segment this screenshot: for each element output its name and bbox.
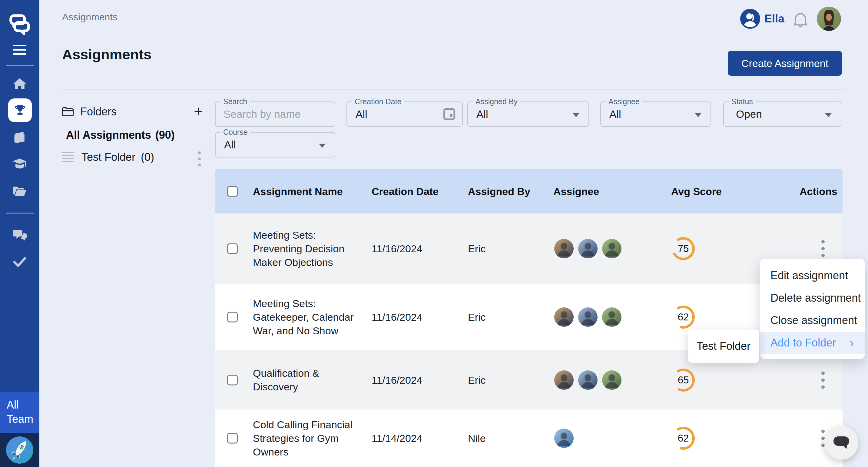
team-label-line2: Team [7,412,39,426]
assigned-by-filter[interactable]: Assigned By All [467,101,589,127]
assignment-name[interactable]: Meeting Sets: Gatekeeper, Calendar War, … [253,297,366,338]
table-header: Assignment Name Creation Date Assigned B… [215,169,842,214]
creation-date-label: Creation Date [352,97,404,106]
all-assignments-item[interactable]: All Assignments(90) [66,129,175,142]
assignee-avatar[interactable] [554,429,574,448]
creation-date: 11/16/2024 [372,374,423,386]
add-folder-button[interactable]: + [194,103,203,119]
avg-score-value: 65 [671,368,696,393]
app-window: All Team $ Assignments [0,0,868,467]
assignee-avatar[interactable] [578,307,597,327]
row-checkbox[interactable] [227,244,238,254]
row-checkbox[interactable] [227,312,238,322]
sidebar-item-tasks[interactable] [0,255,39,269]
assignee-avatar[interactable] [602,307,621,327]
team-label-line1: All [7,398,39,412]
drag-handle-icon[interactable] [62,152,73,162]
chat-bubble-icon [833,436,850,450]
sidebar-item-courses[interactable] [0,131,39,145]
all-assignments-label: All Assignments [66,129,151,141]
sidebar-divider [6,65,34,66]
status-label: Status [729,97,756,106]
folder-options-menu[interactable] [197,150,202,167]
assignment-name[interactable]: Cold Calling Financial Strategies for Gy… [253,418,366,459]
col-avg-score: Avg Score [671,185,722,197]
rocket-icon: $ [6,436,34,464]
table-row: Meeting Sets: Preventing Decision Maker … [215,214,842,284]
menu-item-edit-assignment[interactable]: Edit assignment [760,264,865,287]
row-checkbox[interactable] [227,375,238,385]
assigned-by: Eric [468,243,486,255]
assigned-by: Nile [468,433,486,444]
status-value: Open [736,108,762,120]
sidebar-divider [6,213,34,214]
creation-date-filter[interactable]: Creation Date All [346,101,463,127]
sidebar: All Team $ [0,0,39,467]
page-title: Assignments [62,46,151,63]
assignment-name[interactable]: Qualification & Discovery [253,367,366,394]
avg-score: 65 [671,368,696,393]
assignee-avatar[interactable] [578,239,597,258]
sidebar-item-home[interactable] [0,77,39,91]
assignment-name[interactable]: Meeting Sets: Preventing Decision Maker … [253,228,366,269]
folder-submenu-item[interactable]: Test Folder [688,330,759,363]
status-filter[interactable]: Status Open [723,101,841,127]
profile-avatar[interactable] [817,7,841,31]
app-logo-icon[interactable] [0,12,39,36]
all-assignments-count: (90) [155,129,175,141]
sidebar-item-chat[interactable] [0,229,39,243]
calendar-icon[interactable] [443,107,455,121]
chevron-down-icon [695,113,702,117]
assignee-avatar[interactable] [554,239,574,258]
row-actions-menu[interactable] [819,370,827,391]
chevron-down-icon [825,113,832,117]
assignee-avatar[interactable] [554,307,574,327]
chat-launcher-button[interactable] [825,426,858,460]
avg-score: 62 [671,305,696,330]
assignee-filter[interactable]: Assignee All [600,101,711,127]
user-name: Ella [765,12,784,25]
assignee-label: Assignee [606,97,642,106]
team-selector[interactable]: All Team [0,392,39,433]
sidebar-item-assignments[interactable] [8,98,32,122]
hamburger-menu-icon[interactable] [0,42,39,58]
create-assignment-button[interactable]: Create Assignment [728,51,842,76]
assignee-avatars [554,429,574,448]
row-actions-menu[interactable] [819,238,827,259]
assigned-by-value: All [476,108,488,120]
avg-score-value: 62 [671,426,696,450]
folders-header: Folders [62,105,117,118]
assignee-avatars [554,239,621,258]
assignee-avatar[interactable] [554,370,574,390]
creation-date: 11/16/2024 [372,311,423,323]
assignee-avatar[interactable] [602,370,621,390]
menu-item-delete-assignment[interactable]: Delete assignment [760,287,865,309]
search-input[interactable] [216,102,335,126]
sidebar-item-academy[interactable] [0,157,39,172]
row-checkbox[interactable] [227,433,238,444]
col-assigned-by: Assigned By [468,185,530,197]
course-label: Course [220,128,250,136]
menu-item-close-assignment[interactable]: Close assignment [760,309,865,332]
select-all-checkbox[interactable] [227,186,238,196]
assignee-avatar[interactable] [578,370,597,390]
folder-name: Test Folder [82,151,135,163]
assignments-table: Assignment Name Creation Date Assigned B… [215,169,842,467]
assignee-avatar[interactable] [602,239,621,258]
col-actions: Actions [800,185,837,197]
menu-item-add-to-folder[interactable]: Add to Folder › [760,332,865,354]
notifications-bell-icon[interactable] [792,11,809,29]
assignee-value: All [609,108,621,120]
course-value: All [224,139,236,151]
sidebar-item-folders[interactable] [0,184,39,198]
assigned-by: Eric [468,374,486,386]
avg-score-value: 62 [671,305,696,330]
creation-date: 11/16/2024 [372,243,423,255]
search-filter: Search [215,101,335,127]
creation-date: 11/14/2024 [372,433,423,444]
user-chip[interactable]: Ella [740,9,784,29]
rocket-badge[interactable]: $ [0,433,39,467]
folder-item[interactable]: Test Folder (0) [62,151,154,163]
course-filter[interactable]: Course All [215,132,335,157]
avg-score: 75 [671,236,696,261]
